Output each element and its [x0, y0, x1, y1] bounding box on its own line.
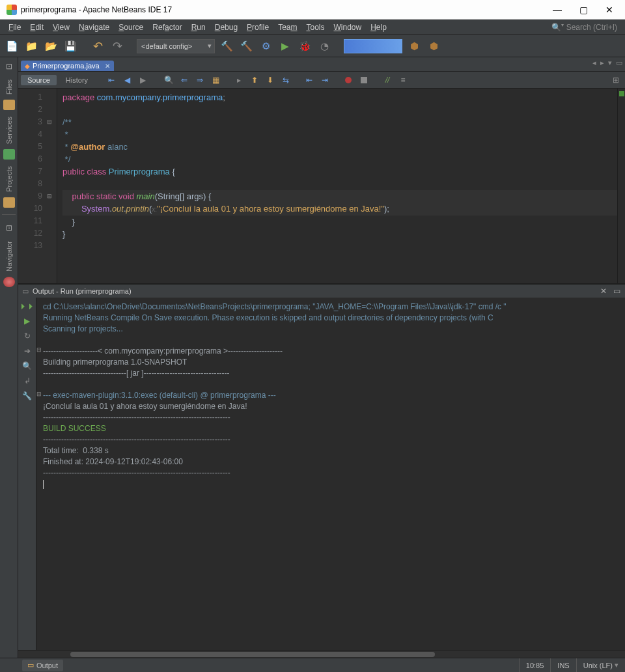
source-tab[interactable]: Source: [21, 75, 57, 85]
tab-list-icon[interactable]: ▾: [608, 59, 612, 67]
code-content[interactable]: package com.mycompany.primerprograma; /*…: [57, 89, 617, 283]
projects-icon[interactable]: [3, 197, 15, 208]
navigator-icon[interactable]: [3, 277, 15, 287]
close-tab-icon[interactable]: ✕: [105, 63, 110, 70]
menu-bar: File Edit View Navigate Source Refactor …: [0, 20, 625, 35]
rerun-button[interactable]: ⏵⏵: [21, 300, 34, 312]
find-next-button[interactable]: ⇒: [193, 74, 206, 87]
run-button[interactable]: ▶: [277, 38, 293, 54]
minimize-button[interactable]: —: [544, 0, 570, 20]
new-project-button[interactable]: 📁: [23, 38, 39, 54]
menu-debug[interactable]: Debug: [210, 20, 242, 35]
output-icon: ▭: [27, 661, 34, 669]
plugin-button-2[interactable]: ⬢: [426, 38, 441, 54]
menu-file[interactable]: File: [4, 20, 25, 35]
toggle-highlight-button[interactable]: ▦: [209, 74, 222, 87]
close-button[interactable]: ✕: [596, 0, 622, 20]
wrap-button[interactable]: ↲: [21, 375, 34, 387]
maximize-button[interactable]: ▢: [570, 0, 596, 20]
open-project-button[interactable]: 📂: [43, 38, 59, 54]
generate-button[interactable]: ⚙: [258, 38, 273, 54]
forward-button[interactable]: ▶: [136, 74, 149, 87]
macro-stop-button[interactable]: [357, 74, 370, 87]
sidebar-rail: ⊡ Files Services Projects ⊡ Navigator: [0, 57, 18, 658]
split-icon[interactable]: ⊞: [609, 74, 622, 87]
output-minimize-icon[interactable]: ▭: [612, 287, 621, 296]
window-title: primerprograma - Apache NetBeans IDE 17: [21, 5, 544, 14]
run-config-combo[interactable]: <default config>: [137, 39, 215, 53]
scrollbar-thumb[interactable]: [70, 652, 435, 657]
back-button[interactable]: ◀: [120, 74, 133, 87]
rail-services[interactable]: Services: [5, 117, 13, 144]
menu-window[interactable]: Window: [329, 20, 367, 35]
save-all-button[interactable]: 💾: [62, 38, 78, 54]
window-titlebar: primerprograma - Apache NetBeans IDE 17 …: [0, 0, 625, 20]
menu-run[interactable]: Run: [187, 20, 210, 35]
undo-button[interactable]: ↶: [90, 38, 105, 54]
file-tab-primerprograma[interactable]: ◆ Primerprograma.java ✕: [21, 61, 114, 71]
menu-edit[interactable]: Edit: [25, 20, 48, 35]
uncomment-button[interactable]: ≡: [396, 74, 410, 87]
build-button[interactable]: 🔨: [219, 38, 234, 54]
find-prev-button[interactable]: ⇐: [178, 74, 191, 87]
output-status-button[interactable]: ▭ Output: [22, 660, 63, 671]
main-toolbar: 📄 📁 📂 💾 ↶ ↷ <default config> 🔨 🔨 ⚙ ▶ 🐞 ◔…: [0, 35, 625, 57]
tab-left-icon[interactable]: ◂: [592, 59, 596, 67]
tab-right-icon[interactable]: ▸: [600, 59, 604, 67]
menu-profile[interactable]: Profile: [242, 20, 273, 35]
file-tab-bar: ◆ Primerprograma.java ✕ ◂ ▸ ▾ ▭: [18, 57, 625, 72]
output-text[interactable]: cd C:\Users\alanc\OneDrive\Documentos\Ne…: [36, 298, 625, 650]
rail-files[interactable]: Files: [5, 79, 13, 94]
global-search[interactable]: 🔍▾ Search (Ctrl+I): [551, 22, 617, 32]
menu-team[interactable]: Team: [273, 20, 301, 35]
rail-restore-icon-2[interactable]: ⊡: [3, 221, 16, 234]
new-file-button[interactable]: 📄: [4, 38, 20, 54]
find-selection-button[interactable]: 🔍: [162, 74, 175, 87]
rail-restore-icon[interactable]: ⊡: [3, 60, 16, 73]
settings-button[interactable]: 🔧: [21, 390, 34, 402]
comment-button[interactable]: //: [381, 74, 394, 87]
code-editor[interactable]: 1 2 3⊟ 4 5 6 7 8 9⊟ 10 11 12 13 package …: [18, 89, 625, 283]
prev-bookmark-button[interactable]: ▸: [232, 74, 245, 87]
filter-button[interactable]: 🔍: [21, 360, 34, 372]
macro-record-button[interactable]: [342, 74, 355, 87]
app-logo-icon: [7, 5, 17, 15]
output-scrollbar[interactable]: [18, 650, 625, 658]
output-titlebar: ▭ Output - Run (primerprograma) ✕ ▭: [18, 285, 625, 298]
shift-right-button[interactable]: ⇥: [318, 74, 331, 87]
clean-build-button[interactable]: 🔨: [238, 38, 254, 54]
profile-button[interactable]: ◔: [316, 38, 332, 54]
output-close-icon[interactable]: ✕: [599, 287, 608, 296]
rail-projects[interactable]: Projects: [5, 166, 13, 192]
files-icon[interactable]: [3, 100, 15, 110]
menu-refactor[interactable]: Refactor: [148, 20, 186, 35]
stop-button[interactable]: ↻: [21, 330, 34, 342]
tab-nav-controls: ◂ ▸ ▾ ▭: [592, 59, 622, 67]
overview-mark: [619, 91, 624, 96]
menu-tools[interactable]: Tools: [301, 20, 329, 35]
shift-left-button[interactable]: ⇤: [303, 74, 316, 87]
rail-navigator[interactable]: Navigator: [5, 241, 13, 272]
debug-button[interactable]: 🐞: [297, 38, 312, 54]
tab-max-icon[interactable]: ▭: [616, 59, 622, 67]
menu-source[interactable]: Source: [114, 20, 148, 35]
redo-button[interactable]: ↷: [109, 38, 125, 54]
menu-help[interactable]: Help: [366, 20, 391, 35]
rail-separator: [2, 214, 16, 215]
last-edit-button[interactable]: ⇤: [105, 74, 118, 87]
rerun-debug-button[interactable]: ▶: [21, 315, 34, 327]
next-bookmark-button[interactable]: ⬇: [264, 74, 277, 87]
history-tab[interactable]: History: [59, 75, 94, 85]
brand-strip: [344, 39, 402, 53]
services-icon[interactable]: [3, 149, 15, 160]
next-error-button[interactable]: ➔: [21, 345, 34, 357]
search-icon: 🔍▾: [551, 22, 564, 32]
plugin-button-1[interactable]: ⬢: [406, 38, 422, 54]
diff-button[interactable]: ⇆: [279, 74, 292, 87]
overview-ruler[interactable]: [617, 89, 625, 283]
menu-view[interactable]: View: [48, 20, 74, 35]
output-panel: ▭ Output - Run (primerprograma) ✕ ▭ ⏵⏵ ▶…: [18, 283, 625, 658]
menu-navigate[interactable]: Navigate: [74, 20, 114, 35]
toggle-bookmark-button[interactable]: ⬆: [248, 74, 261, 87]
dropdown-icon[interactable]: ▾: [615, 661, 618, 669]
